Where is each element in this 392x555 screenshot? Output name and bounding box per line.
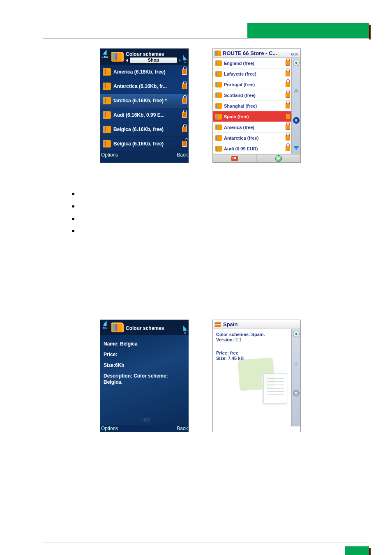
detail-name: Color schemes: Spain. [216,332,297,337]
scheme-icon [215,135,222,141]
scroll-up-icon[interactable] [293,88,299,92]
network-label: 3G [103,327,106,329]
detail-name: Name: Belgica [104,341,185,347]
bullet-item [72,191,367,203]
battery-icon [183,326,187,331]
list-item-label: Audi (6.16Kb, 0.99 E... [113,112,181,118]
list-item[interactable]: Scotland (free) [213,90,291,101]
list-item[interactable]: Shanghai (free) [213,101,291,111]
signal-icon [103,50,107,55]
bullet-item [72,203,367,215]
scrollbar[interactable]: 9 0 [291,58,300,154]
flag-icon [214,322,221,327]
lock-icon [286,60,290,66]
softkey-left[interactable]: Options [101,426,118,431]
detail-pane: Color schemes: Spain. Version: 2.1 Price… [213,329,300,426]
list-item[interactable]: Audi (6.16Kb, 0.99 E... [100,108,189,122]
list-item-label: Belgica (6.16Kb, free) [113,127,181,132]
softkey-right[interactable]: Back [177,426,188,431]
scheme-icon [103,111,111,119]
lock-icon [182,98,187,104]
lock-icon [182,127,187,132]
scroll-mid-badge: 0 [293,117,300,124]
list-item-label: Audi (0.99 EUR) [224,146,286,151]
scheme-icon [215,71,222,77]
scheme-icon [103,140,111,147]
list-item-label: tarctica (6.16Kb, free) * [113,98,181,104]
list-item[interactable]: Antarctica (6.16Kb, fr... [100,79,189,94]
screenshot-dark-list: 3.5G Colour schemes Shop ⌂ [100,48,189,163]
list-item-label: Belgica (6.16Kb, free) [113,141,181,147]
list-item[interactable]: America (free) [213,122,291,133]
tab-arrow-left-icon[interactable] [126,58,128,62]
screenshot-dark-detail: 3G Colour schemes ⌂ Name: Belgica Price:… [100,320,189,432]
softkey-left[interactable]: Options [101,152,118,158]
items-list: England (free) Lafayette (free) Portugal… [213,58,291,154]
scrollbar[interactable]: 9 0 [291,329,300,426]
bullet-item [72,228,367,240]
footer-rule [43,543,369,543]
lock-icon [286,71,290,76]
list-item-label: Spain (free) [224,114,286,119]
signal-icon [103,321,107,326]
check-icon [275,155,282,162]
bullet-item [72,215,367,228]
list-item[interactable]: tarctica (6.16Kb, free) * [100,94,189,108]
list-item[interactable]: Portugal (free) [213,79,291,90]
tab-shop[interactable]: Shop [130,58,177,63]
softkey-ok[interactable] [257,154,300,162]
list-item[interactable]: Audi (0.99 EUR) [213,143,291,154]
folder-icon [111,322,124,332]
list-item[interactable]: Belgica (6.16Kb, free) [100,137,189,151]
item-counter: 6/18 [291,52,299,57]
list-item[interactable]: Lafayette (free) [213,69,291,79]
list-item[interactable]: Belgica (6.16Kb, free) [100,122,189,137]
scroll-down-icon[interactable] [293,146,299,150]
list-item[interactable]: Antarctica (free) [213,133,291,143]
scheme-icon [215,146,222,152]
list-item[interactable]: England (free) [213,58,291,69]
list-item[interactable]: Spain (free) [213,111,291,122]
clock-icon: ⌂ [184,60,186,64]
list-item-label: Shanghai (free) [224,104,286,108]
detail-bgnum: t 306 [141,418,150,422]
lock-icon [286,92,290,98]
lock-icon [182,83,187,89]
detail-pane: Name: Belgica Price: Size:6Kb Descriptio… [100,335,189,425]
detail-desc-2: Belgica. [104,379,185,385]
header-accent-bar [247,23,369,38]
list-item-label: England (free) [224,61,286,66]
softkey-keyboard[interactable] [213,154,257,162]
scroll-top-badge: 9 [293,331,300,337]
footer-accent-box [345,546,369,555]
list-item-label: America (6.16Kb, free) [113,69,181,75]
scroll-up-icon[interactable] [293,362,299,366]
lock-icon [286,114,290,119]
scheme-icon [215,124,222,130]
detail-price: Price: [104,352,185,357]
detail-size: Size:6Kb [104,362,185,368]
softkey-right[interactable]: Back [177,152,188,158]
scroll-down-icon[interactable] [293,421,299,425]
list-item[interactable]: America (6.16Kb, free) [100,65,189,79]
scheme-icon [215,103,222,109]
scheme-icon [103,68,111,76]
list-item-label: Lafayette (free) [224,71,286,76]
lock-icon [182,112,187,118]
scroll-mid-badge: 0 [293,390,300,396]
screenshot-light-detail: Spain Color schemes: Spain. Version: 2.1… [212,320,301,432]
battery-icon [183,55,187,60]
lock-icon [286,124,290,130]
clock-icon: ⌂ [184,331,186,334]
detail-price: Price: free [216,350,297,355]
scheme-icon [103,97,111,104]
lock-icon [286,135,290,140]
folder-icon [214,51,221,56]
keyboard-icon [231,156,238,161]
body-bullets [72,191,367,240]
screenshot-light-list: ROUTE 66 Store - C... 6/18 England (free… [212,48,301,163]
scheme-icon [215,82,222,88]
scroll-top-badge: 9 [293,60,300,66]
list-item-label: Antarctica (free) [224,136,286,140]
screen-title: Spain [223,321,299,327]
